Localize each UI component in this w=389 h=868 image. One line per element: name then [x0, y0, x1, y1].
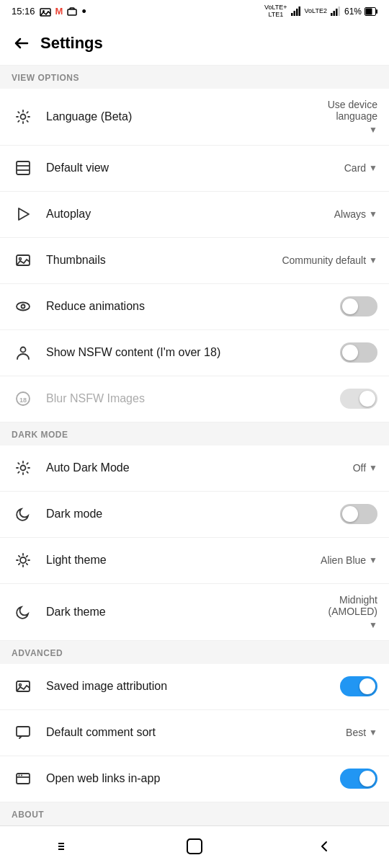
svg-point-27: [20, 557, 26, 563]
setting-label: Thumbnails: [46, 254, 282, 267]
moon-icon: [12, 601, 35, 624]
svg-rect-38: [17, 727, 30, 736]
gmail-icon: M: [55, 6, 63, 17]
signal-bars-2: [330, 6, 341, 16]
setting-row-blur-nsfw[interactable]: 18 Blur NSFW Images: [0, 376, 389, 422]
svg-rect-4: [293, 11, 295, 16]
setting-label-area: Light theme: [46, 554, 321, 567]
setting-row-nsfw-content[interactable]: Show NSFW content (I'm over 18): [0, 330, 389, 376]
setting-row-default-view[interactable]: Default view Card ▼: [0, 146, 389, 192]
chevron-down-icon: ▼: [369, 125, 377, 135]
dropdown-value[interactable]: Card ▼: [344, 162, 377, 174]
setting-label: Default view: [46, 161, 344, 174]
setting-row-reduce-animations[interactable]: Reduce animations: [0, 284, 389, 330]
svg-point-23: [21, 347, 26, 353]
setting-row-dark-theme[interactable]: Dark theme Midnight(AMOLED) ▼: [0, 584, 389, 641]
toggle[interactable]: [340, 676, 377, 696]
nav-menu[interactable]: [43, 833, 86, 859]
svg-rect-2: [68, 9, 76, 15]
chevron-down-icon: ▼: [369, 620, 377, 630]
setting-label: Auto Dark Mode: [46, 461, 353, 474]
toggle[interactable]: [340, 504, 377, 524]
toggle[interactable]: [340, 296, 377, 316]
gallery-icon: [40, 6, 51, 17]
status-bar: 15:16 M • VoLTE+ LTE1: [0, 0, 389, 22]
svg-text:18: 18: [19, 397, 27, 404]
signal-bars-1: [290, 6, 302, 16]
back-button[interactable]: [6, 27, 37, 59]
nav-back[interactable]: [303, 833, 346, 859]
setting-label-area: Auto Dark Mode: [46, 461, 353, 474]
chevron-down-icon: ▼: [369, 209, 377, 219]
nav-bar: [0, 825, 389, 867]
svg-rect-43: [58, 843, 64, 844]
svg-marker-18: [19, 208, 29, 220]
svg-point-42: [21, 775, 22, 776]
moon-icon: [12, 502, 35, 526]
setting-label: Reduce animations: [46, 300, 340, 313]
battery-icon: [365, 7, 377, 16]
svg-rect-7: [331, 13, 333, 16]
svg-rect-44: [58, 846, 64, 847]
dropdown-value[interactable]: Best ▼: [346, 727, 377, 738]
setting-label-area: Show NSFW content (I'm over 18): [46, 346, 340, 359]
setting-label-area: Dark mode: [46, 508, 340, 521]
svg-point-20: [19, 258, 22, 260]
toggle: [340, 389, 377, 409]
svg-rect-13: [376, 9, 377, 14]
dot-icon: •: [81, 5, 86, 18]
page-title: Settings: [40, 34, 103, 53]
toggle[interactable]: [340, 769, 377, 789]
setting-row-auto-dark-mode[interactable]: Auto Dark Mode Off ▼: [0, 446, 389, 492]
signal-lte1: VoLTE+ LTE1: [264, 4, 287, 19]
setting-row-thumbnails[interactable]: Thumbnails Community default ▼: [0, 238, 389, 284]
image-icon: [12, 675, 35, 698]
setting-row-autoplay[interactable]: Autoplay Always ▼: [0, 192, 389, 238]
dropdown-value[interactable]: Midnight(AMOLED) ▼: [328, 594, 377, 630]
dropdown-value[interactable]: Use devicelanguage ▼: [328, 99, 377, 135]
setting-row-language[interactable]: Language (Beta) Use devicelanguage ▼: [0, 89, 389, 146]
svg-rect-6: [298, 6, 300, 16]
dropdown-value[interactable]: Off ▼: [353, 462, 377, 474]
svg-point-37: [19, 684, 22, 686]
svg-line-35: [27, 556, 27, 557]
dropdown-value[interactable]: Community default ▼: [282, 254, 377, 266]
setting-label: Dark theme: [46, 606, 328, 619]
nav-home[interactable]: [173, 833, 216, 859]
svg-point-41: [19, 775, 20, 776]
setting-row-light-theme[interactable]: Light theme Alien Blue ▼: [0, 538, 389, 584]
comment-icon: [12, 721, 35, 744]
setting-label: Blur NSFW Images: [46, 392, 340, 405]
setting-row-default-comment-sort[interactable]: Default comment sort Best ▼: [0, 710, 389, 756]
eye-icon: [12, 295, 35, 318]
svg-rect-3: [291, 13, 293, 16]
svg-rect-10: [338, 6, 340, 16]
setting-row-saved-image-attribution[interactable]: Saved image attribution: [0, 664, 389, 710]
chevron-down-icon: ▼: [369, 555, 377, 565]
setting-label-area: Blur NSFW Images: [46, 392, 340, 405]
chevron-down-icon: ▼: [369, 163, 377, 173]
svg-rect-12: [366, 8, 372, 14]
dropdown-value[interactable]: Always ▼: [334, 208, 377, 220]
setting-label: Open web links in-app: [46, 772, 340, 785]
setting-label-area: Thumbnails: [46, 254, 282, 267]
section-header-dark-mode: DARK MODE: [0, 422, 389, 446]
setting-label-area: Open web links in-app: [46, 772, 340, 785]
setting-label-area: Reduce animations: [46, 300, 340, 313]
sun-icon: [12, 549, 35, 572]
section-header-about: ABOUT: [0, 802, 389, 825]
gear-icon: [12, 456, 35, 479]
dropdown-value[interactable]: Alien Blue ▼: [321, 554, 377, 566]
setting-label-area: Autoplay: [46, 208, 334, 221]
setting-label: Show NSFW content (I'm over 18): [46, 346, 340, 359]
setting-row-dark-mode-toggle[interactable]: Dark mode: [0, 492, 389, 538]
setting-label-area: Default view: [46, 161, 344, 174]
chevron-down-icon: ▼: [369, 463, 377, 473]
svg-rect-46: [187, 839, 202, 854]
setting-row-open-web-links[interactable]: Open web links in-app: [0, 756, 389, 802]
person-icon: [12, 341, 35, 364]
chevron-down-icon: ▼: [369, 727, 377, 738]
svg-rect-8: [333, 11, 335, 16]
toggle[interactable]: [340, 342, 377, 363]
svg-point-14: [21, 114, 26, 119]
